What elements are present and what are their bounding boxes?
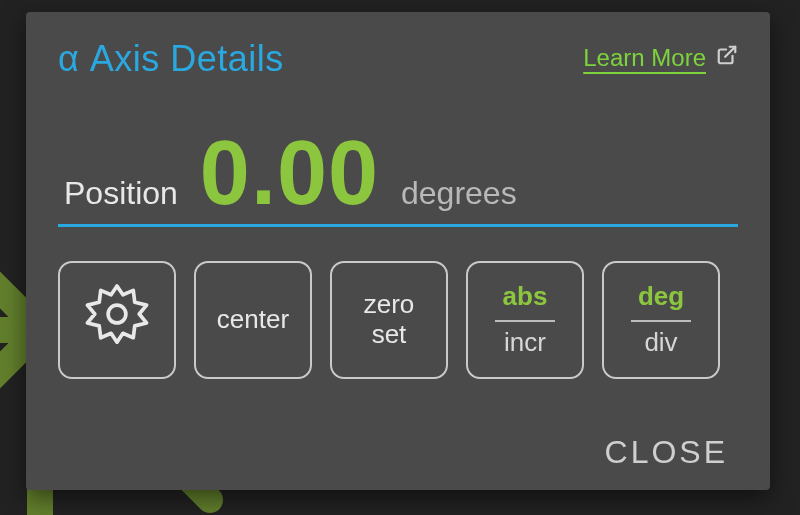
- center-button[interactable]: center: [194, 261, 312, 379]
- header-row: α Axis Details Learn More: [58, 38, 738, 80]
- position-value: 0.00: [200, 128, 379, 218]
- center-button-label: center: [217, 305, 289, 335]
- svg-line-8: [725, 47, 735, 57]
- div-label: div: [644, 328, 677, 358]
- learn-more-label: Learn More: [583, 44, 706, 72]
- toggle-divider: [495, 320, 555, 322]
- axis-details-panel: α Axis Details Learn More Position 0.00 …: [26, 12, 770, 490]
- abs-label: abs: [503, 282, 548, 318]
- panel-title: α Axis Details: [58, 38, 284, 80]
- gear-icon: [80, 280, 154, 361]
- zero-set-line1: zero: [364, 290, 415, 320]
- position-label: Position: [64, 175, 178, 212]
- learn-more-link[interactable]: Learn More: [583, 44, 738, 72]
- zero-set-button[interactable]: zero set: [330, 261, 448, 379]
- svg-marker-9: [87, 285, 146, 341]
- svg-point-10: [108, 305, 126, 323]
- close-button[interactable]: CLOSE: [599, 433, 734, 472]
- settings-button[interactable]: [58, 261, 176, 379]
- toggle-divider: [631, 320, 691, 322]
- footer: CLOSE: [58, 433, 738, 472]
- position-row: Position 0.00 degrees: [58, 128, 738, 227]
- button-row: center zero set abs incr deg div: [58, 261, 738, 379]
- external-link-icon: [716, 44, 738, 72]
- incr-label: incr: [504, 328, 546, 358]
- zero-set-line2: set: [372, 320, 407, 350]
- abs-incr-toggle[interactable]: abs incr: [466, 261, 584, 379]
- deg-div-toggle[interactable]: deg div: [602, 261, 720, 379]
- deg-label: deg: [638, 282, 684, 318]
- position-unit: degrees: [401, 175, 517, 212]
